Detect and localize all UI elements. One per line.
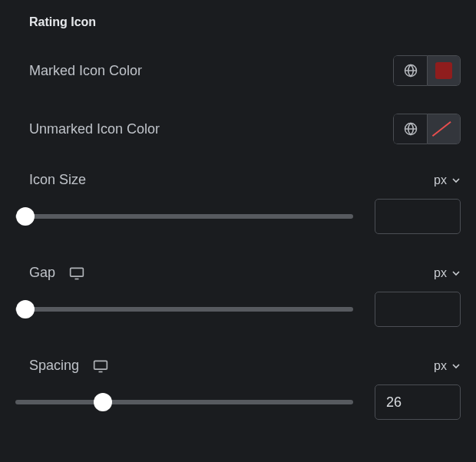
chevron-down-icon (451, 269, 461, 278)
unit-select-spacing[interactable]: px (434, 359, 461, 373)
input-gap[interactable] (375, 292, 461, 327)
label-unmarked-icon-color: Unmarked Icon Color (29, 121, 160, 137)
label-gap: Gap (29, 265, 84, 281)
slider-thumb[interactable] (94, 393, 112, 411)
input-spacing[interactable] (375, 384, 461, 420)
globe-icon (403, 63, 418, 78)
row-spacing: Spacing px (29, 358, 461, 374)
chevron-down-icon (451, 176, 461, 185)
slider-gap[interactable] (15, 307, 353, 312)
slider-row-icon-size (15, 199, 461, 234)
row-unmarked-icon-color: Unmarked Icon Color (29, 114, 461, 144)
unit-select-gap[interactable]: px (434, 266, 461, 280)
responsive-icon[interactable] (69, 266, 84, 280)
label-spacing-text: Spacing (29, 358, 79, 374)
responsive-icon[interactable] (93, 359, 108, 373)
no-color-icon (435, 120, 453, 138)
row-icon-size: Icon Size px (29, 172, 461, 188)
color-picker-unmarked (393, 114, 461, 144)
label-icon-size: Icon Size (29, 172, 86, 188)
color-picker-marked (393, 55, 461, 86)
unit-text: px (434, 173, 447, 187)
section-title: Rating Icon (29, 15, 461, 29)
unit-select-icon-size[interactable]: px (434, 173, 461, 187)
color-swatch-button[interactable] (427, 114, 461, 144)
color-swatch-button[interactable] (427, 55, 461, 86)
input-icon-size[interactable] (375, 199, 461, 234)
color-swatch (435, 62, 452, 79)
slider-row-gap (15, 292, 461, 327)
row-marked-icon-color: Marked Icon Color (29, 55, 461, 86)
unit-text: px (434, 266, 447, 280)
label-gap-text: Gap (29, 265, 55, 281)
unit-text: px (434, 359, 447, 373)
label-marked-icon-color: Marked Icon Color (29, 63, 142, 79)
slider-spacing[interactable] (15, 400, 353, 404)
svg-rect-2 (71, 268, 84, 276)
global-color-button[interactable] (393, 55, 427, 86)
chevron-down-icon (451, 361, 461, 371)
globe-icon (403, 121, 418, 137)
global-color-button[interactable] (393, 114, 427, 144)
svg-rect-4 (94, 361, 107, 369)
slider-row-spacing (15, 384, 461, 420)
slider-icon-size[interactable] (15, 214, 353, 219)
label-spacing: Spacing (29, 358, 108, 374)
slider-thumb[interactable] (16, 207, 35, 226)
slider-thumb[interactable] (16, 300, 35, 318)
row-gap: Gap px (29, 265, 461, 281)
